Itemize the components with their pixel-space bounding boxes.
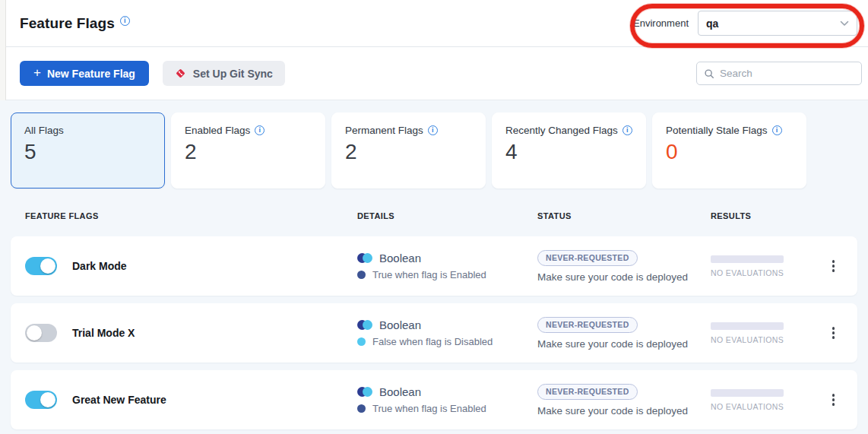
boolean-type-icon [357, 253, 372, 263]
page-header: Feature Flags i Environment qa [6, 0, 868, 47]
flag-name[interactable]: Great New Feature [72, 394, 166, 406]
stat-card-value: 2 [185, 140, 312, 164]
search-input[interactable] [720, 68, 854, 79]
column-header-feature-flags: FEATURE FLAGS [25, 211, 357, 220]
evaluations-text: NO EVALUATIONS [711, 335, 784, 344]
stat-card-value: 5 [24, 140, 151, 164]
search-box[interactable] [696, 62, 862, 85]
flag-results-cell: NO EVALUATIONS [711, 389, 857, 411]
stat-cards: All Flags 5 Enabled Flagsi 2 Permanent F… [11, 112, 806, 188]
new-feature-flag-button[interactable]: + New Feature Flag [20, 61, 149, 86]
evaluations-text: NO EVALUATIONS [711, 268, 784, 277]
table-header-row: FEATURE FLAGS DETAILS STATUS RESULTS [11, 211, 857, 220]
status-badge: NEVER-REQUESTED [537, 250, 638, 266]
stat-card-label: All Flags [24, 125, 151, 136]
table-row: Great New Feature Boolean True when flag… [11, 370, 857, 429]
stat-card-value: 2 [345, 140, 472, 164]
table-row: Dark Mode Boolean True when flag is Enab… [11, 236, 857, 296]
flag-type: Boolean [379, 318, 421, 331]
git-icon [175, 68, 186, 79]
flag-details-cell: Boolean False when flag is Disabled [357, 318, 537, 347]
value-dot-icon [357, 404, 366, 413]
status-badge: NEVER-REQUESTED [537, 384, 638, 400]
status-text: Make sure your code is deployed [537, 271, 711, 283]
git-sync-label: Set Up Git Sync [193, 68, 273, 80]
info-icon[interactable]: i [120, 16, 130, 26]
environment-select[interactable]: qa [698, 11, 857, 36]
flag-results-cell: NO EVALUATIONS [711, 322, 857, 344]
search-icon [704, 68, 714, 79]
boolean-type-icon [357, 320, 372, 330]
info-icon[interactable]: i [772, 125, 782, 135]
column-header-details: DETAILS [357, 211, 537, 220]
environment-selector-group: Environment qa [633, 11, 860, 36]
flag-toggle[interactable] [25, 391, 57, 409]
chevron-down-icon [840, 21, 849, 27]
column-header-results: RESULTS [711, 211, 857, 220]
stat-card-potentially-stale-flags[interactable]: Potentially Stale Flagsi 0 [652, 112, 806, 188]
flag-detail-text: True when flag is Enabled [372, 269, 486, 280]
stat-card-enabled-flags[interactable]: Enabled Flagsi 2 [171, 112, 325, 188]
stat-card-all-flags[interactable]: All Flags 5 [11, 112, 165, 188]
row-menu-kebab-icon[interactable] [828, 389, 840, 410]
flag-detail-text: True when flag is Enabled [372, 403, 486, 414]
flag-status-cell: NEVER-REQUESTED Make sure your code is d… [537, 250, 711, 283]
new-feature-flag-label: New Feature Flag [47, 68, 135, 80]
stat-card-value: 4 [505, 140, 632, 164]
flag-name-cell: Trial Mode X [25, 324, 357, 342]
value-dot-icon [357, 271, 366, 279]
stat-card-label: Enabled Flagsi [185, 125, 312, 136]
environment-selected-value: qa [706, 17, 718, 30]
flag-name-cell: Great New Feature [25, 391, 357, 409]
set-up-git-sync-button[interactable]: Set Up Git Sync [163, 61, 285, 86]
stat-card-value: 0 [666, 140, 793, 164]
toolbar: + New Feature Flag Set Up Git Sync [6, 47, 868, 100]
plus-icon: + [33, 65, 41, 81]
flag-details-cell: Boolean True when flag is Enabled [357, 385, 537, 414]
feature-flags-page: Feature Flags i Environment qa + New Fea… [0, 0, 868, 434]
status-text: Make sure your code is deployed [537, 338, 711, 350]
sidebar-edge [0, 0, 6, 100]
page-title: Feature Flags [20, 15, 115, 32]
stat-card-label: Potentially Stale Flagsi [666, 125, 793, 136]
evaluations-bar [711, 255, 784, 263]
flag-detail-text: False when flag is Disabled [372, 336, 493, 347]
flag-status-cell: NEVER-REQUESTED Make sure your code is d… [537, 384, 711, 417]
flag-toggle[interactable] [25, 257, 57, 275]
stat-card-recently-changed-flags[interactable]: Recently Changed Flagsi 4 [492, 112, 646, 188]
flag-name-cell: Dark Mode [25, 257, 357, 275]
evaluations-text: NO EVALUATIONS [711, 402, 784, 411]
info-icon[interactable]: i [428, 125, 438, 135]
flag-type: Boolean [379, 385, 421, 398]
flag-status-cell: NEVER-REQUESTED Make sure your code is d… [537, 317, 711, 350]
flag-details-cell: Boolean True when flag is Enabled [357, 252, 537, 280]
flag-toggle[interactable] [25, 324, 57, 342]
stat-card-permanent-flags[interactable]: Permanent Flagsi 2 [331, 112, 486, 188]
evaluations-bar [711, 322, 784, 330]
row-menu-kebab-icon[interactable] [828, 322, 840, 344]
stat-card-label: Recently Changed Flagsi [505, 125, 632, 136]
info-icon[interactable]: i [622, 125, 632, 135]
flag-list: Dark Mode Boolean True when flag is Enab… [11, 236, 857, 434]
stat-card-label: Permanent Flagsi [345, 125, 472, 136]
row-menu-kebab-icon[interactable] [828, 255, 840, 277]
column-header-status: STATUS [537, 211, 711, 220]
evaluations-bar [711, 389, 784, 397]
flag-name[interactable]: Trial Mode X [72, 327, 135, 339]
value-dot-icon [357, 337, 366, 346]
info-icon[interactable]: i [255, 125, 265, 135]
status-badge: NEVER-REQUESTED [537, 317, 638, 333]
environment-label: Environment [633, 17, 689, 29]
flag-results-cell: NO EVALUATIONS [711, 255, 857, 277]
boolean-type-icon [357, 387, 372, 397]
flag-name[interactable]: Dark Mode [72, 260, 127, 272]
status-text: Make sure your code is deployed [537, 405, 711, 417]
flag-type: Boolean [379, 252, 421, 265]
table-row: Trial Mode X Boolean False when flag is … [11, 303, 857, 363]
